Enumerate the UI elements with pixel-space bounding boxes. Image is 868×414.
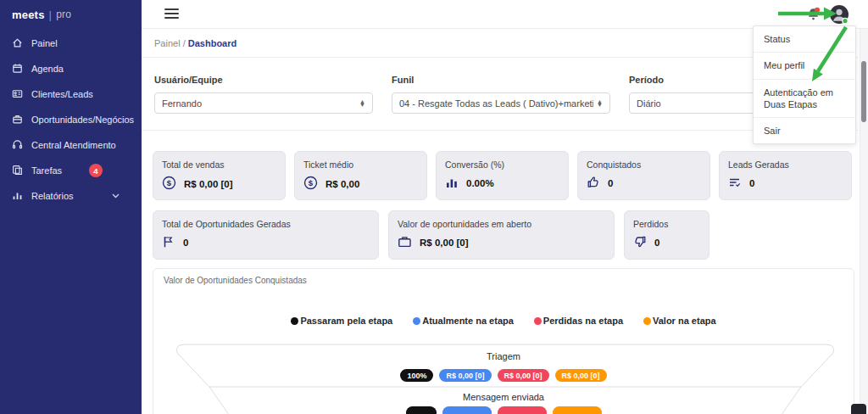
briefcase-icon <box>398 235 412 250</box>
svg-text:$: $ <box>167 178 172 187</box>
user-select[interactable]: Fernando ▲▼ <box>154 92 373 114</box>
user-avatar[interactable] <box>829 4 849 28</box>
legend-label: Passaram pela etapa <box>300 316 392 326</box>
sidebar-item-label: Tarefas <box>31 165 62 176</box>
funnel-select-value: 04 - Resgate Todas as Leads ( Dativo)+ma… <box>399 98 593 109</box>
sidebar-item-oportunidades[interactable]: Oportunidades/Negócios <box>0 107 142 132</box>
brand-name: meets <box>12 8 45 21</box>
funnel-stage2-badges <box>153 406 854 414</box>
calendar-icon <box>12 63 23 76</box>
thumbs-down-icon <box>633 235 647 250</box>
notification-bell-icon[interactable] <box>806 7 821 25</box>
stat-title: Total de vendas <box>162 159 276 170</box>
sidebar-item-label: Central Atendimento <box>31 140 116 150</box>
scrollbar-track[interactable] <box>860 29 868 414</box>
scrollbar-thumb[interactable] <box>861 61 866 122</box>
breadcrumb-parent[interactable]: Painel <box>154 38 181 48</box>
sidebar-item-label: Painel <box>31 38 58 48</box>
menu-item-status[interactable]: Status <box>754 26 855 53</box>
stat-card-total-vendas: Total de vendas $ R$ 0,00 [0] <box>153 151 286 200</box>
legend-dot-black <box>291 317 298 325</box>
select-arrows-icon: ▲▼ <box>359 100 365 107</box>
legend-label: Atualmente na etapa <box>422 316 514 326</box>
stat-title: Conquistados <box>587 159 701 170</box>
funnel-stage1-badges: 100% R$ 0,00 [0] R$ 0,00 [0] R$ 0,00 [0] <box>153 369 854 382</box>
sidebar-item-central-atendimento[interactable]: Central Atendimento <box>0 132 142 158</box>
menu-item-sair[interactable]: Sair <box>754 118 855 143</box>
legend-item-passaram[interactable]: Passaram pela etapa <box>291 316 392 326</box>
stage2-lost-badge <box>498 406 547 414</box>
sidebar-item-label: Agenda <box>31 64 64 74</box>
sidebar-item-clientes-leads[interactable]: Clientes/Leads <box>0 81 142 107</box>
stat-card-oportunidades-geradas: Total de Oportunidades Geradas 0 <box>153 210 379 260</box>
chat-widget-button[interactable] <box>851 404 866 414</box>
filter-funnel-label: Funil <box>392 75 610 85</box>
bar-chart-icon <box>445 176 459 191</box>
brand-logo[interactable]: meets | pro <box>0 0 142 29</box>
sidebar-item-label: Oportunidades/Negócios <box>31 115 134 125</box>
filter-user-label: Usuário/Equipe <box>154 75 373 85</box>
divider <box>142 130 858 131</box>
brand-suffix: pro <box>56 8 71 20</box>
legend-dot-orange <box>643 317 651 325</box>
stat-value: R$ 0,00 [0] <box>184 179 233 189</box>
stat-title: Ticket médio <box>303 159 418 170</box>
stat-card-conversao: Conversão (%) 0.00% <box>436 151 569 200</box>
thumbs-up-icon <box>587 176 600 191</box>
stat-card-perdidos: Perdidos 0 <box>624 210 709 260</box>
stat-value: R$ 0,00 [0] <box>420 238 469 248</box>
sidebar-item-label: Clientes/Leads <box>31 89 93 99</box>
stat-title: Perdidos <box>633 219 700 229</box>
sidebar-item-relatorios[interactable]: Relatórios <box>0 183 142 209</box>
stage1-value-badge: R$ 0,00 [0] <box>555 369 607 382</box>
select-arrows-icon: ▲▼ <box>597 100 603 107</box>
chevron-down-icon <box>112 193 120 199</box>
legend-label: Perdidas na etapa <box>543 316 623 326</box>
sidebar-nav: Painel Agenda Clientes/Leads Oportunidad… <box>0 31 142 209</box>
legend-item-perdidas[interactable]: Perdidas na etapa <box>534 316 623 326</box>
bar-chart-icon <box>12 190 23 203</box>
stage1-lost-badge: R$ 0,00 [0] <box>498 369 549 382</box>
legend-label: Valor na etapa <box>653 316 716 326</box>
funnel-stage2-label: Mensagem enviada <box>153 392 854 402</box>
topbar <box>142 0 868 29</box>
id-card-icon <box>12 88 23 101</box>
headset-icon <box>12 139 23 152</box>
legend-item-atualmente[interactable]: Atualmente na etapa <box>413 316 514 326</box>
sidebar-item-tarefas[interactable]: Tarefas 4 <box>0 158 142 183</box>
breadcrumb: Painel / Dashboard <box>154 38 236 48</box>
stat-card-leads-geradas: Leads Geradas 0 <box>719 151 852 200</box>
stat-value: 0 <box>654 238 659 248</box>
sidebar-item-agenda[interactable]: Agenda <box>0 56 142 81</box>
stat-value: 0.00% <box>466 178 494 188</box>
sidebar-item-painel[interactable]: Painel <box>0 31 142 56</box>
stat-title: Valor de oportunidades em aberto <box>398 219 605 229</box>
tasks-icon <box>12 165 23 177</box>
user-select-value: Fernando <box>162 98 356 109</box>
stat-title: Conversão (%) <box>445 159 559 170</box>
legend-dot-blue <box>413 317 420 325</box>
divider <box>142 57 858 58</box>
stat-card-ticket-medio: Ticket médio $ R$ 0,00 <box>294 151 427 200</box>
funnel-select[interactable]: 04 - Resgate Todas as Leads ( Dativo)+ma… <box>392 92 610 114</box>
stat-card-conquistados: Conquistados 0 <box>577 151 710 200</box>
breadcrumb-current: Dashboard <box>188 38 236 48</box>
funnel-stage1-label: Triagem <box>153 351 854 361</box>
stat-title: Leads Geradas <box>728 159 843 170</box>
menu-item-autenticacao-duas-etapas[interactable]: Autenticação em Duas Etapas <box>754 80 855 119</box>
briefcase-icon <box>12 114 23 126</box>
legend-item-valor[interactable]: Valor na etapa <box>643 316 716 326</box>
tarefas-count-badge: 4 <box>89 164 103 177</box>
stage1-percent-badge: 100% <box>400 369 433 382</box>
flag-icon <box>162 235 175 250</box>
funnel-chart-card: Valor de Oportunidades Conquistadas Pass… <box>153 268 854 414</box>
stage2-current-badge <box>442 406 492 414</box>
sidebar: meets | pro Painel Agenda Clientes/Leads… <box>0 0 142 414</box>
profile-dropdown-menu: Status Meu perfil Autenticação em Duas E… <box>753 25 856 144</box>
sidebar-item-label: Relatórios <box>31 191 74 201</box>
stat-card-oportunidades-aberto: Valor de oportunidades em aberto R$ 0,00… <box>388 210 615 260</box>
stage2-value-badge <box>553 406 602 414</box>
menu-item-meu-perfil[interactable]: Meu perfil <box>754 53 855 79</box>
hamburger-menu-icon[interactable] <box>164 8 179 21</box>
stage1-current-badge: R$ 0,00 [0] <box>439 369 491 382</box>
